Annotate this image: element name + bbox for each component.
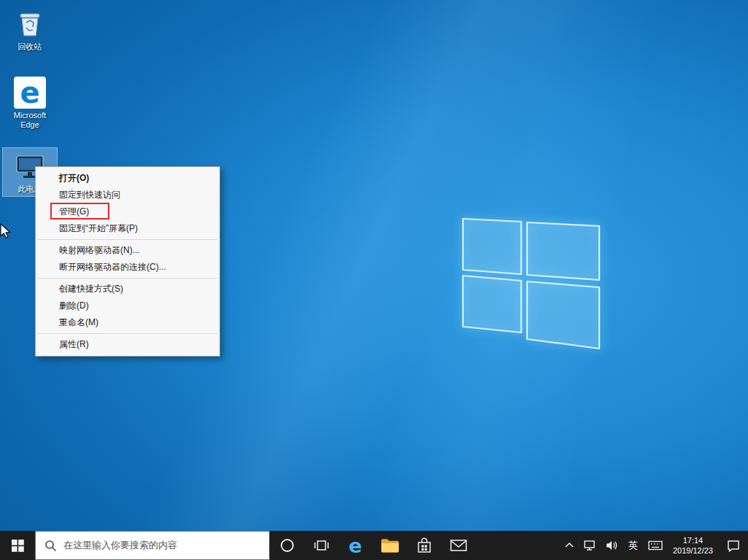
menu-separator (37, 333, 218, 334)
cortana-button[interactable] (270, 531, 304, 560)
microsoft-store-button[interactable] (407, 531, 441, 560)
desktop-icon-edge[interactable]: e Microsoft Edge (3, 74, 57, 132)
desktop[interactable]: 回收站 e Microsoft Edge 此电脑 打开(O) 固定到快速访问 管… (0, 0, 748, 560)
task-view-button[interactable] (304, 531, 338, 560)
edge-e-glyph: e (20, 78, 39, 107)
task-view-icon (314, 539, 329, 552)
mail-button[interactable] (441, 531, 475, 560)
cortana-icon (280, 538, 295, 553)
wallpaper-windows-logo (437, 195, 627, 363)
recycle-bin-icon (14, 8, 46, 40)
taskbar-edge-icon: e (348, 536, 362, 556)
speaker-icon (605, 540, 618, 551)
action-center-icon (727, 540, 740, 552)
tray-volume-button[interactable] (601, 531, 623, 560)
edge-label: Microsoft Edge (4, 111, 56, 130)
tray-network-button[interactable] (579, 531, 601, 560)
microsoft-store-icon (416, 537, 432, 554)
menu-item-properties[interactable]: 属性(R) (36, 336, 219, 353)
clock-date: 2019/12/23 (673, 545, 713, 556)
system-tray: 英 17:14 2019/12/23 (560, 531, 748, 560)
menu-item-create-shortcut[interactable]: 创建快捷方式(S) (36, 281, 219, 298)
menu-item-delete[interactable]: 删除(D) (36, 298, 219, 314)
recycle-bin-label: 回收站 (18, 42, 42, 52)
file-explorer-button[interactable] (373, 531, 407, 560)
mail-icon (450, 539, 467, 552)
mouse-cursor (0, 223, 13, 239)
search-icon (44, 540, 57, 552)
tray-touch-keyboard-button[interactable] (644, 531, 667, 560)
taskbar-edge-button[interactable]: e (338, 531, 373, 560)
search-placeholder: 在这里输入你要搜索的内容 (63, 539, 177, 552)
menu-item-disconnect-network-drive[interactable]: 断开网络驱动器的连接(C)... (36, 259, 219, 276)
taskbar-search-input[interactable]: 在这里输入你要搜索的内容 (35, 531, 270, 560)
tray-clock[interactable]: 17:14 2019/12/23 (667, 531, 719, 560)
menu-separator (37, 239, 218, 240)
menu-item-pin-quick-access[interactable]: 固定到快速访问 (36, 187, 219, 203)
start-button[interactable] (0, 531, 35, 560)
menu-item-rename[interactable]: 重命名(M) (36, 314, 219, 331)
start-windows-icon (12, 540, 24, 552)
menu-item-map-network-drive[interactable]: 映射网络驱动器(N)... (36, 242, 219, 259)
action-center-button[interactable] (719, 531, 748, 560)
menu-item-open[interactable]: 打开(O) (36, 170, 219, 187)
desktop-icon-recycle-bin[interactable]: 回收站 (3, 6, 57, 54)
clock-time: 17:14 (673, 535, 713, 545)
menu-item-manage[interactable]: 管理(G) (36, 203, 219, 220)
taskbar: 在这里输入你要搜索的内容 e (0, 531, 748, 560)
network-icon (583, 540, 596, 551)
edge-icon: e (14, 77, 46, 109)
context-menu: 打开(O) 固定到快速访问 管理(G) 固定到“开始”屏幕(P) 映射网络驱动器… (35, 166, 220, 357)
tray-show-hidden-icons-button[interactable] (560, 531, 579, 560)
touch-keyboard-icon (648, 540, 663, 551)
tray-ime-indicator[interactable]: 英 (623, 531, 644, 560)
menu-separator (37, 278, 218, 279)
chevron-up-icon (564, 541, 574, 550)
menu-item-pin-start[interactable]: 固定到“开始”屏幕(P) (36, 220, 219, 237)
file-explorer-icon (381, 537, 400, 553)
